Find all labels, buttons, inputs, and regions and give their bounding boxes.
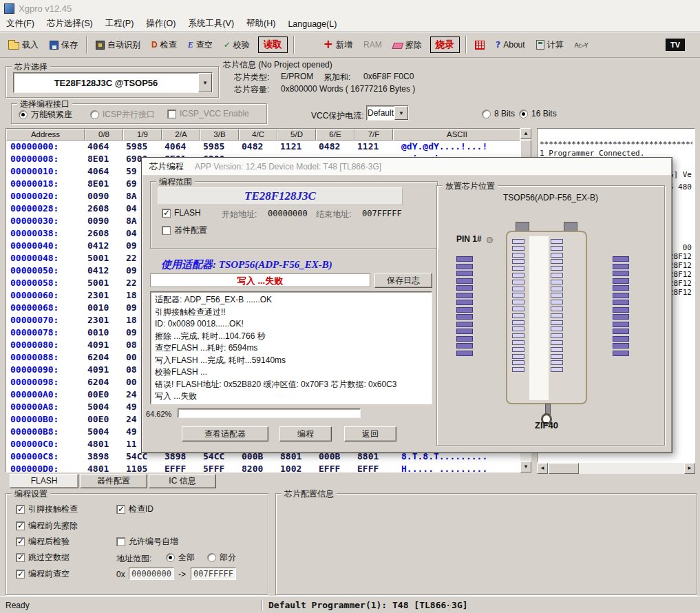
hex-cell[interactable]: 6204 bbox=[85, 376, 123, 388]
menu-item[interactable]: 工程(P) bbox=[99, 16, 140, 32]
bits8-radio[interactable]: 8 Bits bbox=[482, 109, 515, 118]
hex-cell[interactable]: 5985 bbox=[200, 141, 239, 153]
device-config-checkbox[interactable]: 器件配置 bbox=[162, 225, 207, 236]
calculator-button[interactable]: 计算 bbox=[533, 37, 566, 53]
save-button[interactable]: 保存 bbox=[47, 37, 81, 53]
hex-cell[interactable]: EFFF bbox=[354, 463, 393, 472]
hex-cell[interactable]: 0010 bbox=[85, 326, 123, 339]
menu-item[interactable]: 系统工具(V) bbox=[182, 16, 240, 32]
check-id-checkbox[interactable]: 检查ID bbox=[116, 503, 153, 515]
menu-item[interactable]: Language(L) bbox=[282, 17, 343, 31]
hex-cell[interactable]: 5001 bbox=[85, 277, 123, 289]
verify-button[interactable]: 校验 bbox=[221, 37, 253, 53]
tab-device-config[interactable]: 器件配置 bbox=[80, 474, 147, 488]
scroll-up-icon[interactable]: ▲ bbox=[520, 128, 531, 139]
hex-cell[interactable]: 4091 bbox=[85, 339, 123, 351]
hex-cell[interactable]: 2301 bbox=[85, 289, 123, 302]
erase-before-checkbox[interactable]: 编程前先擦除 bbox=[16, 520, 78, 532]
save-log-button[interactable]: 保存日志 bbox=[374, 273, 432, 288]
read-button[interactable]: 读取 bbox=[258, 37, 288, 53]
hex-cell[interactable]: 5004 bbox=[85, 426, 123, 438]
hex-cell[interactable]: 0412 bbox=[85, 240, 123, 252]
scroll-left-icon[interactable]: ◄ bbox=[537, 463, 548, 474]
tv-button[interactable]: TV bbox=[666, 39, 685, 51]
hex-cell[interactable]: 0090 bbox=[85, 215, 123, 227]
hex-cell[interactable]: 0090 bbox=[85, 190, 123, 202]
range-from-input[interactable]: 00000000 bbox=[129, 568, 174, 580]
hex-ascii[interactable]: @dY.@dY....!...! bbox=[393, 141, 520, 153]
chip-combobox[interactable]: TE28F128J3C @TSOP56 ▼ bbox=[13, 72, 213, 93]
hex-cell[interactable]: 00E0 bbox=[85, 388, 123, 401]
icsp-interface-radio[interactable]: ICSP并行接口 bbox=[90, 109, 155, 121]
hex-cell[interactable]: 2301 bbox=[85, 314, 123, 326]
menu-item[interactable]: 操作(O) bbox=[140, 16, 182, 32]
hex-cell[interactable]: 8E01 bbox=[85, 153, 123, 165]
hex-cell[interactable]: 3898 bbox=[85, 450, 123, 463]
hex-cell[interactable]: 5985 bbox=[123, 141, 162, 153]
burn-button[interactable]: 烧录 bbox=[430, 37, 460, 53]
menu-item[interactable]: 芯片选择(S) bbox=[41, 16, 99, 32]
scroll-right-icon[interactable]: ► bbox=[684, 463, 695, 474]
auto-identify-button[interactable]: 自动识别 bbox=[93, 37, 143, 53]
hex-cell[interactable]: 5FFF bbox=[200, 463, 239, 472]
pin-check-checkbox[interactable]: 引脚接触检查 bbox=[16, 503, 78, 515]
logic-test-button[interactable] bbox=[572, 38, 600, 52]
view-adapter-button[interactable]: 查看适配器 bbox=[182, 426, 268, 441]
scrollbar-thumb[interactable] bbox=[549, 463, 579, 474]
bits16-radio[interactable]: 16 Bits bbox=[519, 109, 557, 118]
hex-cell[interactable]: 8E01 bbox=[85, 178, 123, 190]
hex-ascii[interactable]: H....._......... bbox=[393, 463, 520, 472]
add-button[interactable]: 新增 bbox=[321, 37, 355, 53]
hex-cell[interactable]: 4801 bbox=[85, 438, 123, 450]
scroll-down-icon[interactable]: ▼ bbox=[520, 461, 531, 472]
hex-cell[interactable]: 2608 bbox=[85, 202, 123, 215]
hex-cell[interactable]: 0412 bbox=[85, 264, 123, 277]
log-panel-hscrollbar[interactable]: ◄ ► bbox=[537, 463, 695, 474]
hex-cell[interactable]: 6204 bbox=[85, 351, 123, 364]
hex-cell[interactable]: 1105 bbox=[123, 463, 162, 472]
range-partial-radio[interactable]: 部分 bbox=[207, 552, 236, 563]
serial-increment-checkbox[interactable]: 允许编号自增 bbox=[116, 536, 178, 548]
hex-cell[interactable]: 1002 bbox=[277, 463, 316, 472]
tab-ic-info[interactable]: IC 信息 bbox=[149, 474, 216, 488]
hex-cell[interactable]: 5004 bbox=[85, 401, 123, 413]
hex-cell[interactable]: 0482 bbox=[239, 141, 277, 153]
hex-cell[interactable]: 00E0 bbox=[85, 413, 123, 426]
range-to-input[interactable]: 007FFFFF bbox=[191, 568, 236, 580]
hex-cell[interactable]: 4064 bbox=[85, 141, 123, 153]
back-button[interactable]: 返回 bbox=[344, 426, 396, 441]
about-button[interactable]: About bbox=[493, 38, 528, 52]
hex-cell[interactable]: 0482 bbox=[316, 141, 354, 153]
hex-cell[interactable]: 4091 bbox=[85, 364, 123, 376]
blank-before-checkbox[interactable]: 编程前查空 bbox=[16, 568, 70, 580]
erase-button[interactable]: 擦除 bbox=[390, 37, 425, 53]
hex-cell[interactable]: 8200 bbox=[239, 463, 277, 472]
verify-after-checkbox[interactable]: 编程后检验 bbox=[16, 536, 70, 548]
menu-item[interactable]: 文件(F) bbox=[0, 16, 41, 32]
flash-checkbox[interactable]: FLASH bbox=[162, 208, 201, 218]
hex-cell[interactable]: EFFF bbox=[162, 463, 200, 472]
check-id-button[interactable]: 检查 bbox=[149, 37, 180, 53]
hex-cell[interactable]: 4064 bbox=[85, 165, 123, 178]
hex-cell[interactable]: 2608 bbox=[85, 227, 123, 240]
chevron-down-icon[interactable]: ▼ bbox=[394, 106, 408, 120]
socket-interface-radio[interactable]: 万能锁紧座 bbox=[19, 109, 72, 121]
blank-check-button[interactable]: 查空 bbox=[185, 37, 215, 53]
multi-program-button[interactable] bbox=[472, 39, 487, 52]
menu-item[interactable]: 帮助(H) bbox=[240, 16, 282, 32]
ram-button[interactable]: RAM bbox=[361, 38, 385, 52]
hex-cell[interactable]: 5001 bbox=[85, 252, 123, 264]
hex-cell[interactable]: EFFF bbox=[316, 463, 354, 472]
hex-cell[interactable]: 1121 bbox=[277, 141, 316, 153]
hex-cell[interactable]: 4064 bbox=[162, 141, 200, 153]
skip-blank-checkbox[interactable]: 跳过空数据 bbox=[16, 552, 70, 563]
hex-cell[interactable]: 1121 bbox=[354, 141, 393, 153]
chip-combobox-arrow[interactable]: ▼ bbox=[198, 73, 212, 92]
vcc-current-select[interactable]: Default ▼ bbox=[366, 105, 409, 121]
hex-cell[interactable]: 0010 bbox=[85, 302, 123, 314]
icsp-vcc-checkbox[interactable]: ICSP_VCC Enable bbox=[167, 109, 249, 118]
range-all-radio[interactable]: 全部 bbox=[166, 552, 195, 563]
load-button[interactable]: 载入 bbox=[6, 37, 41, 53]
tab-flash[interactable]: FLASH bbox=[10, 474, 78, 488]
program-button[interactable]: 编程 bbox=[279, 426, 332, 441]
